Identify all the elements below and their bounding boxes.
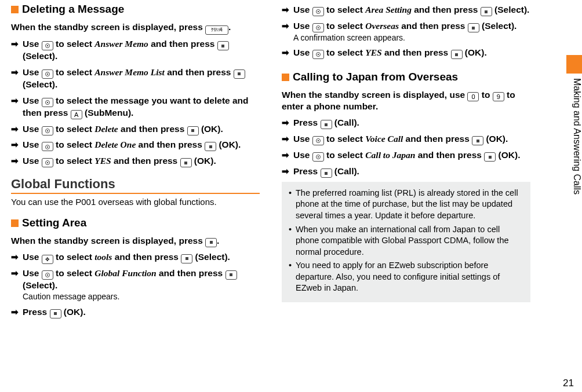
nav-key-icon <box>312 23 324 32</box>
step: Use to select Answer Memo List and then … <box>11 67 260 91</box>
page: Deleting a Message When the standby scre… <box>0 0 554 323</box>
steps-list-call: Press (Call). Use to select Voice Call a… <box>282 117 530 178</box>
step: Press (Call). <box>282 166 530 178</box>
nav-key-icon <box>42 98 53 107</box>
heading-text: Calling to Japan from Overseas <box>293 71 458 83</box>
center-key-icon <box>468 23 479 32</box>
nav-key-icon <box>312 136 324 145</box>
center-key-icon <box>484 152 496 162</box>
step: Press (Call). <box>282 117 530 129</box>
heading-setting-area: Setting Area <box>11 217 260 229</box>
center-key-icon <box>181 254 192 263</box>
step-note: Caution message appears. <box>23 291 260 302</box>
nav-key-icon <box>42 142 53 151</box>
4way-key-icon: ✥ <box>42 255 53 264</box>
steps-list-delete: Use to select Answer Memo and then press… <box>11 38 260 167</box>
heading-text: Setting Area <box>22 217 86 229</box>
num-key-icon: 0 <box>467 92 479 101</box>
center-key-icon <box>472 136 483 145</box>
step: Use to select Delete One and then press … <box>11 139 260 151</box>
section-tab-icon <box>566 55 582 74</box>
step: Use ✥ to select tools and then press (Se… <box>11 251 260 263</box>
nav-key-icon <box>42 158 53 167</box>
square-bullet-icon <box>282 74 289 81</box>
center-key-icon <box>187 126 199 135</box>
heading-global-functions: Global Functions <box>11 177 260 194</box>
step-note: A confirmation screen appears. <box>293 32 530 43</box>
step: Use to select Delete and then press (OK)… <box>11 123 260 135</box>
center-key-icon <box>321 120 332 129</box>
nav-key-icon <box>42 69 53 79</box>
center-key-icon <box>225 270 237 280</box>
center-key-icon <box>451 50 463 59</box>
step: Use to select Call to Japan and then pre… <box>282 149 530 162</box>
body-text: You can use the P001 overseas with globa… <box>11 196 260 208</box>
nav-key-icon <box>312 50 324 59</box>
steps-list-area-cont: Use to select Area Setting and then pres… <box>282 4 530 59</box>
center-key-icon <box>217 41 229 50</box>
center-key-icon <box>321 168 332 178</box>
info-item: You need to apply for an EZweb subscript… <box>289 260 523 294</box>
step: Use to select Voice Call and then press … <box>282 133 530 145</box>
center-key-icon <box>205 238 217 247</box>
square-bullet-icon <box>11 219 19 227</box>
heading-calling-japan: Calling to Japan from Overseas <box>282 71 530 83</box>
center-key-icon <box>234 69 245 79</box>
center-key-icon <box>481 7 492 16</box>
nav-key-icon <box>312 152 324 162</box>
info-item: The preferred roaming list (PRL) is alre… <box>289 188 523 222</box>
step: Use to select YES and then press (OK). <box>282 47 530 59</box>
square-bullet-icon <box>11 6 19 13</box>
nav-key-icon <box>42 41 53 50</box>
center-key-icon <box>205 142 216 151</box>
step: Use to select the message you want to de… <box>11 95 260 119</box>
clear-memo-key-icon: ｸﾘｱ/ﾒﾓ <box>205 25 228 35</box>
step: Use to select Overseas and then press (S… <box>282 20 530 43</box>
step: Use to select Area Setting and then pres… <box>282 4 530 16</box>
info-item: When you make an international call from… <box>289 224 523 258</box>
intro-text: When the standby screen is displayed, us… <box>282 89 530 112</box>
steps-list-area: Use ✥ to select tools and then press (Se… <box>11 251 260 318</box>
nav-key-icon <box>42 126 53 135</box>
step: Use to select YES and then press (OK). <box>11 155 260 167</box>
num-key-icon: 9 <box>493 92 504 101</box>
left-column: Deleting a Message When the standby scre… <box>11 3 260 323</box>
center-key-icon <box>50 309 61 318</box>
right-column: Use to select Area Setting and then pres… <box>282 3 530 323</box>
heading-text: Deleting a Message <box>22 3 124 15</box>
section-side-label: Making and Answering Calls <box>566 78 582 263</box>
intro-text: When the standby screen is displayed, pr… <box>11 21 260 34</box>
page-number: 21 <box>563 378 574 389</box>
heading-deleting-message: Deleting a Message <box>11 3 260 16</box>
step: Press (OK). <box>11 306 260 318</box>
step: Use to select Global Function and then p… <box>11 268 260 302</box>
submenu-key-icon: A <box>71 110 82 119</box>
nav-key-icon <box>312 7 324 16</box>
step: Use to select Answer Memo and then press… <box>11 38 260 63</box>
intro-text: When the standby screen is displayed, pr… <box>11 235 260 247</box>
info-box: The preferred roaming list (PRL) is alre… <box>282 182 530 302</box>
nav-key-icon <box>42 270 53 280</box>
center-key-icon <box>180 158 192 167</box>
